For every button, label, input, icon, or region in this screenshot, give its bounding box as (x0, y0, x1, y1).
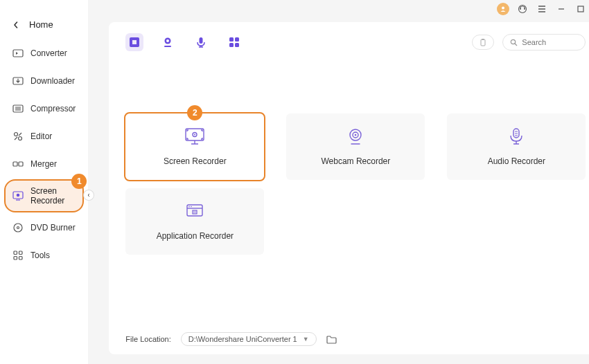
svg-point-40 (189, 206, 191, 208)
maximize-button[interactable] (574, 3, 587, 15)
search-box[interactable] (502, 34, 586, 51)
converter-icon (12, 48, 24, 59)
svg-rect-18 (525, 8, 526, 10)
svg-point-15 (502, 7, 504, 10)
card-row-1: 2 Screen Recorder Webcam Recorder Audio … (125, 113, 586, 180)
toolbar (125, 33, 586, 51)
sidebar-item-label: Merger (30, 159, 57, 169)
home-label: Home (29, 19, 53, 30)
svg-point-23 (166, 39, 169, 42)
sidebar-item-merger[interactable]: Merger (6, 153, 82, 175)
callout-badge-2: 2 (187, 105, 202, 120)
sidebar-item-dvd-burner[interactable]: DVD Burner (6, 217, 82, 239)
avatar[interactable] (497, 3, 509, 15)
card-label: Audio Recorder (488, 156, 545, 166)
svg-point-9 (14, 224, 22, 232)
file-location-dropdown[interactable]: D:\Wondershare UniConverter 1 ▼ (181, 332, 317, 346)
callout-badge-1: 1 (71, 174, 87, 189)
svg-rect-28 (235, 43, 239, 47)
webcam-recorder-card-icon (346, 127, 364, 145)
back-icon[interactable] (12, 21, 19, 28)
open-folder-button[interactable] (326, 335, 337, 344)
svg-point-4 (19, 137, 22, 140)
tools-icon (12, 250, 24, 261)
svg-point-41 (191, 206, 193, 208)
mode-webcam-button[interactable] (159, 33, 177, 51)
screen-recorder-card-icon (184, 127, 205, 145)
merger-icon (12, 158, 24, 170)
downloader-icon (12, 75, 24, 87)
dvd-burner-icon (12, 222, 24, 233)
svg-rect-6 (19, 162, 23, 166)
application-recorder-card-icon (186, 202, 204, 220)
mode-icons (125, 33, 243, 51)
svg-point-10 (17, 227, 19, 229)
svg-rect-27 (229, 43, 234, 47)
card-label: Webcam Recorder (321, 156, 390, 166)
svg-rect-30 (482, 39, 484, 40)
hamburger-menu-icon[interactable] (536, 3, 548, 15)
mode-audio-button[interactable] (192, 33, 210, 51)
mode-screen-button[interactable] (125, 33, 143, 51)
sidebar-item-converter[interactable]: Converter (6, 42, 82, 64)
svg-point-37 (355, 134, 357, 136)
home-row[interactable]: Home (0, 14, 88, 42)
content-panel: 2 Screen Recorder Webcam Recorder Audio … (109, 22, 589, 354)
card-row-2: Application Recorder (125, 188, 586, 255)
card-application-recorder[interactable]: Application Recorder (125, 188, 264, 255)
file-location-label: File Location: (125, 335, 170, 343)
svg-rect-24 (200, 37, 203, 44)
support-icon[interactable] (516, 3, 529, 15)
svg-rect-12 (19, 251, 23, 255)
svg-rect-25 (229, 37, 234, 42)
titlebar (88, 0, 589, 18)
sidebar-item-compressor[interactable]: Compressor (6, 98, 82, 120)
card-label: Screen Recorder (164, 156, 227, 166)
card-audio-recorder[interactable]: Audio Recorder (447, 113, 586, 180)
search-input[interactable] (522, 38, 578, 46)
sidebar-item-label: Converter (30, 48, 67, 58)
editor-icon (12, 131, 24, 142)
svg-rect-29 (481, 39, 485, 46)
footer: File Location: D:\Wondershare UniConvert… (125, 325, 586, 346)
sidebar-item-label: Compressor (30, 104, 76, 113)
card-screen-recorder[interactable]: 2 Screen Recorder (125, 113, 264, 180)
chevron-down-icon: ▼ (303, 336, 309, 343)
clipboard-button[interactable] (472, 35, 494, 50)
file-location-path: D:\Wondershare UniConverter 1 (188, 335, 297, 343)
svg-rect-17 (520, 8, 521, 10)
minimize-button[interactable] (555, 3, 568, 15)
screen-recorder-icon (12, 190, 24, 201)
compressor-icon (12, 103, 24, 114)
search-icon (510, 39, 518, 46)
sidebar-item-downloader[interactable]: Downloader (6, 70, 82, 92)
card-label: Application Recorder (157, 231, 234, 241)
card-webcam-recorder[interactable]: Webcam Recorder (286, 113, 425, 180)
svg-rect-26 (235, 37, 239, 42)
mode-apps-button[interactable] (225, 33, 243, 51)
svg-rect-14 (19, 257, 23, 260)
sidebar-item-screen-recorder[interactable]: Screen Recorder 1 (6, 181, 82, 211)
svg-rect-11 (14, 251, 17, 255)
sidebar-item-label: Editor (30, 131, 52, 141)
sidebar-item-label: DVD Burner (30, 223, 76, 233)
sidebar-item-editor[interactable]: Editor (6, 125, 82, 147)
audio-recorder-card-icon (508, 127, 525, 145)
sidebar-item-label: Tools (30, 251, 50, 260)
svg-point-31 (511, 39, 516, 44)
sidebar-item-label: Screen Recorder (30, 186, 76, 206)
svg-rect-5 (13, 162, 17, 166)
sidebar-item-tools[interactable]: Tools (6, 244, 82, 266)
svg-point-8 (17, 194, 20, 197)
svg-point-3 (15, 133, 18, 136)
sidebar-list: Converter Downloader Compressor Editor M… (0, 42, 88, 266)
svg-rect-21 (132, 40, 137, 44)
sidebar-item-label: Downloader (30, 76, 75, 86)
svg-point-34 (194, 134, 195, 136)
svg-rect-19 (578, 6, 583, 12)
sidebar: Home Converter Downloader Compressor Edi… (0, 0, 88, 364)
svg-rect-42 (193, 210, 197, 214)
svg-rect-13 (14, 257, 17, 260)
main-area: 2 Screen Recorder Webcam Recorder Audio … (88, 0, 589, 364)
